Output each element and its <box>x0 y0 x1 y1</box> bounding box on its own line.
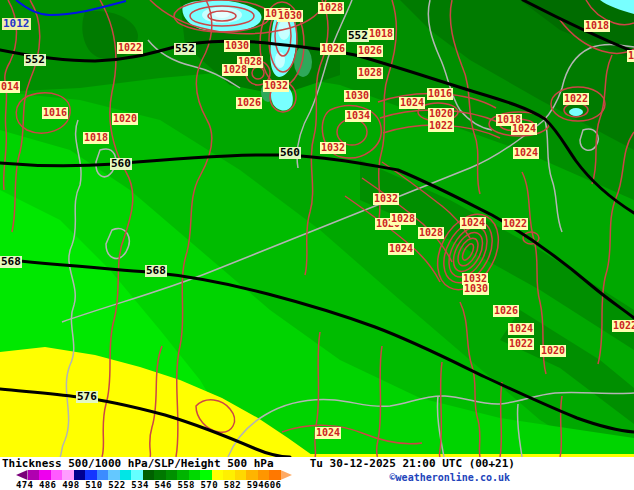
height-label: 552 <box>24 54 46 66</box>
map-labels-layer: 1012014552552552560560568568576102210301… <box>0 0 634 457</box>
pressure-label: 1024 <box>513 147 539 159</box>
scale-swatch <box>258 470 270 480</box>
pressure-label: 1024 <box>508 323 534 335</box>
pressure-label: 1026 <box>236 97 262 109</box>
pressure-label: 1030 <box>344 90 370 102</box>
pressure-label: 1024 <box>460 217 486 229</box>
scale-swatch <box>212 470 224 480</box>
copyright-text: ©weatheronline.co.uk <box>390 472 510 483</box>
pressure-label: 1024 <box>399 97 425 109</box>
height-label: 568 <box>145 265 167 277</box>
pressure-label: 1026 <box>357 45 383 57</box>
weather-chart-frame: 1012014552552552560560568568576102210301… <box>0 0 634 490</box>
scale-swatch <box>189 470 201 480</box>
pressure-label: 1016 <box>42 107 68 119</box>
pressure-label: 1022 <box>428 120 454 132</box>
pressure-label: 1034 <box>345 110 371 122</box>
pressure-label: 1024 <box>511 123 537 135</box>
weather-map: 1012014552552552560560568568576102210301… <box>0 0 634 457</box>
pressure-label: 1032 <box>263 80 289 92</box>
scale-swatch <box>166 470 178 480</box>
thickness-color-scale <box>16 470 292 480</box>
scale-swatch <box>85 470 97 480</box>
pressure-label: 1022 <box>117 42 143 54</box>
scale-swatch <box>108 470 120 480</box>
pressure-label: 1020 <box>112 113 138 125</box>
pressure-label: 1018 <box>83 132 109 144</box>
pressure-label: 1024 <box>315 427 341 439</box>
scale-swatch <box>120 470 132 480</box>
pressure-label: 1022 <box>563 93 589 105</box>
pressure-label: 014 <box>0 81 20 93</box>
height-label: 552 <box>174 43 196 55</box>
pressure-label: 1030 <box>277 10 303 22</box>
scale-swatch <box>269 470 281 480</box>
pressure-label: 1012 <box>2 18 31 30</box>
pressure-label: 1016 <box>427 88 453 100</box>
pressure-label: 1032 <box>373 193 399 205</box>
scale-swatch <box>177 470 189 480</box>
pressure-label: 1028 <box>357 67 383 79</box>
pressure-label: 1022 <box>612 320 634 332</box>
scale-swatch <box>16 470 28 480</box>
scale-swatch <box>62 470 74 480</box>
pressure-label: 1028 <box>390 213 416 225</box>
scale-swatch <box>154 470 166 480</box>
pressure-label: 1022 <box>508 338 534 350</box>
scale-swatch <box>235 470 247 480</box>
pressure-label: 1028 <box>418 227 444 239</box>
chart-title: Thickness 500/1000 hPa/SLP/Height 500 hP… <box>2 457 274 470</box>
scale-swatch <box>74 470 86 480</box>
height-label: 560 <box>279 147 301 159</box>
chart-footer: Thickness 500/1000 hPa/SLP/Height 500 hP… <box>0 457 634 490</box>
pressure-label: 1024 <box>388 243 414 255</box>
scale-swatch <box>223 470 235 480</box>
pressure-label: 1030 <box>224 40 250 52</box>
scale-swatch <box>246 470 258 480</box>
pressure-label: 1026 <box>320 43 346 55</box>
height-label: 560 <box>110 158 132 170</box>
pressure-label: 1018 <box>368 28 394 40</box>
scale-swatch <box>28 470 40 480</box>
scale-swatch <box>39 470 51 480</box>
scale-swatch <box>97 470 109 480</box>
height-label: 576 <box>76 391 98 403</box>
pressure-label: 1026 <box>493 305 519 317</box>
scale-tick-labels: 474 486 498 510 522 534 546 558 570 582 … <box>16 480 281 490</box>
pressure-label: 1020 <box>540 345 566 357</box>
pressure-label: 1032 <box>320 142 346 154</box>
scale-swatch <box>51 470 63 480</box>
height-label: 568 <box>0 256 22 268</box>
scale-swatch <box>281 470 293 480</box>
scale-swatch <box>143 470 155 480</box>
pressure-label: 1022 <box>502 218 528 230</box>
scale-swatch <box>200 470 212 480</box>
pressure-label: 1028 <box>318 2 344 14</box>
height-label: 552 <box>347 30 369 42</box>
chart-datetime: Tu 30-12-2025 21:00 UTC (00+21) <box>310 457 515 470</box>
pressure-label: 1028 <box>222 64 248 76</box>
pressure-label: 1030 <box>463 283 489 295</box>
pressure-label: 1020 <box>428 108 454 120</box>
pressure-label: 1018 <box>584 20 610 32</box>
pressure-label: 1022 <box>627 50 634 62</box>
scale-swatch <box>131 470 143 480</box>
